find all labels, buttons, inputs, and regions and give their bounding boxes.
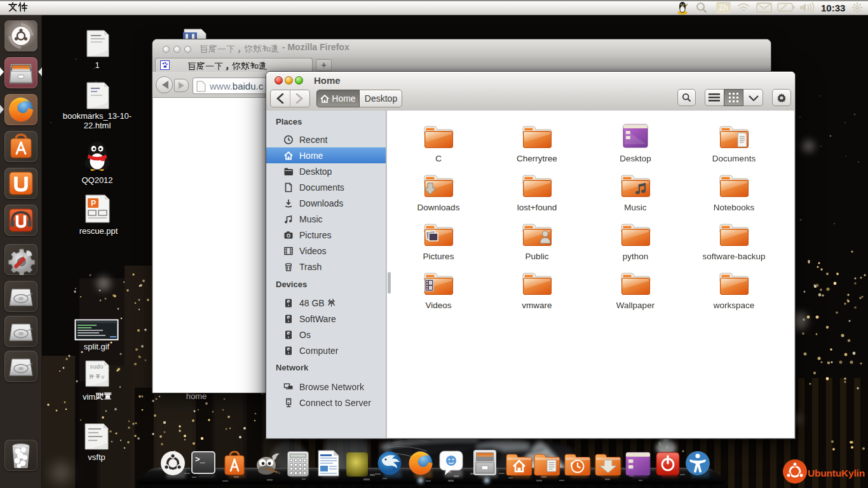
svg-text:v.: v.	[101, 374, 106, 379]
svg-text:P: P	[91, 199, 96, 208]
